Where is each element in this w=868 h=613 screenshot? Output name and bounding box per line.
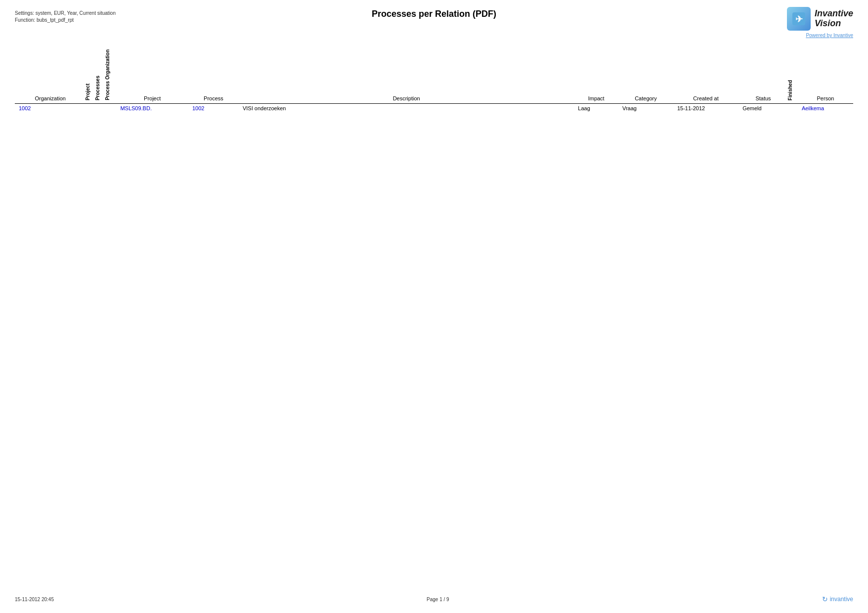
cell-organization: 1002 (15, 103, 86, 113)
cell-process: 1002 (188, 103, 239, 113)
col-header-process-org-flag: Process Organization (105, 49, 116, 103)
logo-box: ✈ Invantive Vision (787, 7, 853, 31)
svg-text:✈: ✈ (795, 14, 802, 24)
cell-impact: Laag (574, 103, 618, 113)
col-header-project-flag: Project (86, 49, 95, 103)
cell-person: Aeilkema (798, 103, 853, 113)
process-link[interactable]: 1002 (192, 105, 204, 111)
footer-brand: invantive (830, 596, 853, 603)
cell-created-at: 15-11-2012 (673, 103, 738, 113)
col-header-finished-flag: Finished (788, 49, 798, 103)
person-link[interactable]: Aeilkema (802, 105, 824, 111)
cell-processes-flag (95, 103, 105, 113)
col-header-impact: Impact (574, 49, 618, 103)
col-header-organization: Organization (15, 49, 86, 103)
refresh-icon: ↻ (822, 595, 828, 603)
table-row: 1002 MSLS09.BD. 1002 VISI onderzoeken La… (15, 103, 853, 113)
header-settings: Settings: system, EUR, Year, Current sit… (15, 10, 116, 24)
logo-name: Invantive Vision (815, 9, 853, 29)
settings-line1: Settings: system, EUR, Year, Current sit… (15, 10, 116, 17)
page-container: Settings: system, EUR, Year, Current sit… (0, 0, 868, 613)
cell-project-flag (86, 103, 95, 113)
page-title: Processes per Relation (PDF) (372, 9, 496, 19)
cell-category: Vraag (618, 103, 673, 113)
organization-link[interactable]: 1002 (19, 105, 31, 111)
col-header-processes-flag: Processes (95, 49, 105, 103)
powered-by-label[interactable]: Powered by Invantive (806, 33, 853, 38)
table-container: Organization Project Processes (15, 49, 853, 113)
project-link[interactable]: MSLS09.BD. (120, 105, 152, 111)
settings-line2: Function: bubs_tpt_pdf_rpt (15, 17, 116, 24)
col-header-created-at: Created at (673, 49, 738, 103)
footer-page-info: Page 1 / 9 (427, 597, 449, 602)
col-header-person: Person (798, 49, 853, 103)
logo-icon: ✈ (787, 7, 811, 31)
footer-timestamp: 15-11-2012 20:45 (15, 597, 54, 602)
col-header-description: Description (239, 49, 574, 103)
table-header-row: Organization Project Processes (15, 49, 853, 103)
report-table: Organization Project Processes (15, 49, 853, 113)
logo-text: Invantive Vision (815, 9, 853, 29)
footer: 15-11-2012 20:45 Page 1 / 9 ↻ invantive (15, 595, 853, 603)
cell-description: VISI onderzoeken (239, 103, 574, 113)
col-header-status: Status (738, 49, 788, 103)
cell-status: Gemeld (738, 103, 788, 113)
footer-logo: ↻ invantive (822, 595, 853, 603)
cell-project: MSLS09.BD. (116, 103, 188, 113)
cell-process-org-flag (105, 103, 116, 113)
col-header-project: Project (116, 49, 188, 103)
logo-area: ✈ Invantive Vision Powered by Invantive (787, 7, 853, 38)
cell-finished-flag (788, 103, 798, 113)
escalator-icon: ✈ (791, 11, 806, 26)
col-header-process: Process (188, 49, 239, 103)
col-header-category: Category (618, 49, 673, 103)
